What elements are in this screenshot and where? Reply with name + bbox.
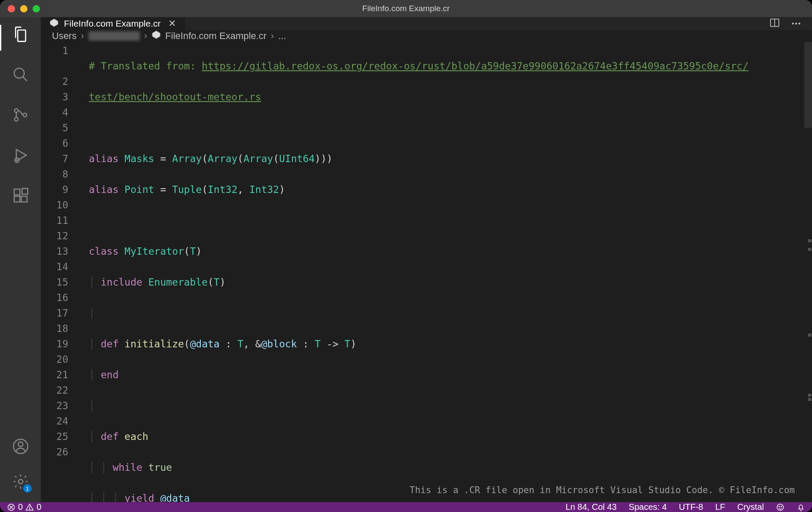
window: FileInfo.com Example.cr [0,0,812,512]
activity-bar: 1 [0,17,41,502]
status-bar: 0 0 Ln 84, Col 43 Spaces: 4 UTF-8 LF Cry… [0,502,812,512]
code-content[interactable]: # Translated from: https://gitlab.redox-… [79,42,802,502]
svg-point-13 [18,479,23,484]
watermark-text: This is a .CR file open in Microsoft Vis… [409,482,795,498]
chevron-right-icon: › [271,30,274,42]
crumb-symbol[interactable]: ... [278,30,286,42]
status-language[interactable]: Crystal [737,502,764,512]
status-problems[interactable]: 0 0 [7,502,41,512]
more-actions-icon[interactable] [791,18,802,29]
ln: 2 [41,74,68,89]
settings-gear-icon[interactable]: 1 [12,473,29,490]
ln: 8 [41,166,68,182]
ln: 16 [41,290,68,305]
ln: 10 [41,197,68,213]
svg-point-0 [14,68,24,78]
svg-rect-7 [14,189,20,195]
ln: 26 [41,444,68,460]
tab-label: FileInfo.com Example.cr [64,18,161,29]
ln: 20 [41,352,68,367]
svg-rect-8 [14,196,20,202]
ln: 17 [41,305,68,321]
account-icon[interactable] [12,438,29,455]
ln: 11 [41,213,68,228]
ln: 6 [41,136,68,151]
minimap-slider[interactable] [804,42,812,128]
breadcrumb[interactable]: Users › › FileInfo.com Example.cr › ... [41,30,812,42]
ln: 9 [41,182,68,197]
svg-point-12 [18,442,23,447]
close-tab-icon[interactable]: ✕ [168,18,176,29]
status-warnings-count: 0 [36,502,41,512]
explorer-icon[interactable] [12,26,29,43]
ln: 14 [41,259,68,274]
tab-bar: FileInfo.com Example.cr ✕ [41,17,812,30]
editor[interactable]: 1 2 3 4 5 6 7 8 9 10 11 12 13 14 15 16 1… [41,42,812,502]
run-debug-icon[interactable] [12,147,29,164]
svg-point-28 [781,506,782,507]
ruler-mark [808,248,811,251]
status-encoding[interactable]: UTF-8 [679,502,703,512]
svg-rect-9 [21,196,27,202]
line-gutter: 1 2 3 4 5 6 7 8 9 10 11 12 13 14 15 16 1… [41,42,79,502]
svg-marker-5 [16,150,26,161]
svg-point-3 [14,117,18,121]
svg-point-25 [29,509,30,509]
svg-point-4 [23,113,26,117]
svg-point-27 [779,506,780,507]
status-eol[interactable]: LF [715,502,725,512]
ln: 21 [41,367,68,382]
extensions-icon[interactable] [12,187,29,204]
status-indent[interactable]: Spaces: 4 [629,502,667,512]
svg-point-19 [798,23,800,24]
settings-badge: 1 [23,484,32,493]
ln: 7 [41,151,68,166]
crumb-file[interactable]: FileInfo.com Example.cr [165,30,267,42]
ln: 1 [41,43,68,58]
ln: 22 [41,382,68,398]
ln: 4 [41,105,68,120]
ruler-mark [808,239,811,242]
svg-point-2 [14,109,18,112]
activity-indicator [0,25,1,51]
crystal-file-icon [49,18,59,30]
crumb-users[interactable]: Users [52,30,76,42]
window-title: FileInfo.com Example.cr [0,4,812,13]
ln: 23 [41,398,68,413]
ln: 25 [41,429,68,444]
svg-line-1 [23,77,27,81]
tab-actions [769,17,812,30]
ln: 18 [41,321,68,336]
crumb-redacted [88,31,140,41]
titlebar: FileInfo.com Example.cr [0,0,812,17]
svg-marker-20 [152,31,160,39]
ln: 5 [41,120,68,136]
status-errors-count: 0 [18,502,23,512]
source-control-icon[interactable] [12,106,29,123]
ruler-mark [808,334,811,337]
main: 1 FileInfo.com Example.cr ✕ [0,17,812,502]
status-cursor[interactable]: Ln 84, Col 43 [566,502,617,512]
ruler-mark [808,394,811,397]
ln: 3 [41,89,68,105]
svg-point-18 [795,23,797,24]
chevron-right-icon: › [81,30,84,42]
split-editor-icon[interactable] [769,17,780,30]
chevron-right-icon: › [144,30,147,42]
ln: 19 [41,336,68,352]
svg-marker-14 [50,18,58,26]
crystal-file-icon [151,30,161,42]
ln: 24 [41,413,68,429]
ruler-mark [808,398,811,401]
ln: 13 [41,244,68,259]
svg-point-26 [777,504,784,510]
search-icon[interactable] [12,66,29,83]
svg-rect-10 [22,188,27,194]
feedback-icon[interactable] [776,503,785,512]
tab-file[interactable]: FileInfo.com Example.cr ✕ [41,17,185,30]
svg-point-17 [792,23,794,24]
ln: 15 [41,274,68,290]
editor-area: FileInfo.com Example.cr ✕ Users › › [41,17,812,502]
overview-ruler[interactable] [802,42,812,502]
bell-icon[interactable] [797,503,805,512]
